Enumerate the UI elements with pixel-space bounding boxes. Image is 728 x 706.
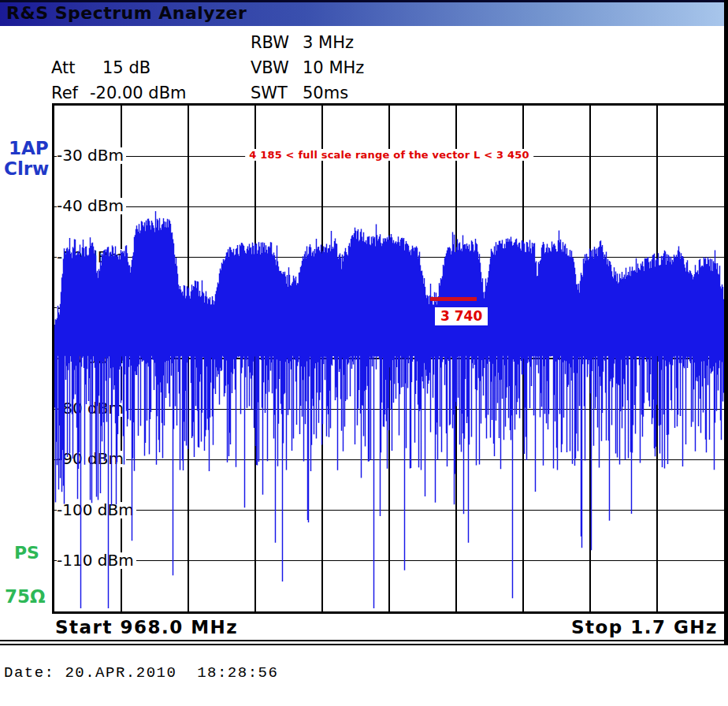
plot-area: -30 dBm-40 dBm-50 dBm-60 dBm-70 dBm-80 d… [52,103,726,614]
vbw-label: VBW [251,58,303,77]
marker-line [430,297,477,301]
date-stamp: Date: 20.APR.2010 18:28:56 [4,664,278,682]
trace-detector-label: 1AP [9,138,49,158]
rbw-label: RBW [251,33,303,52]
readout-rbw: RBW3 MHz [251,33,354,50]
trace-mode-label: Clrw [4,158,49,179]
ref-label: Ref [51,84,90,102]
readout-swt: SWT50ms [251,84,348,101]
preselector-label: PS [14,543,39,563]
screen-bottom-rule [0,640,728,645]
swt-value: 50ms [303,84,348,102]
vbw-value: 10 MHz [303,58,364,77]
impedance-label: 75Ω [5,586,46,607]
readout-vbw: VBW10 MHz [251,58,364,76]
readout-att: Att15 dB [51,58,150,76]
swt-label: SWT [251,84,303,102]
rbw-value: 3 MHz [303,33,354,52]
att-value: 15 dB [90,58,150,77]
overload-annotation: 4 185 < full scale range of the vector L… [245,149,533,161]
x-axis-stop-label: Stop 1.7 GHz [571,617,718,637]
att-label: Att [51,58,90,77]
x-axis-start-label: Start 968.0 MHz [55,617,238,637]
readout-ref: Ref-20.00 dBm [51,84,187,101]
app-title: R&S Spectrum Analyzer [6,3,247,23]
title-bar: R&S Spectrum Analyzer [0,0,728,26]
marker-value-label: 3 740 [435,307,488,325]
ref-value: -20.00 dBm [90,84,187,102]
